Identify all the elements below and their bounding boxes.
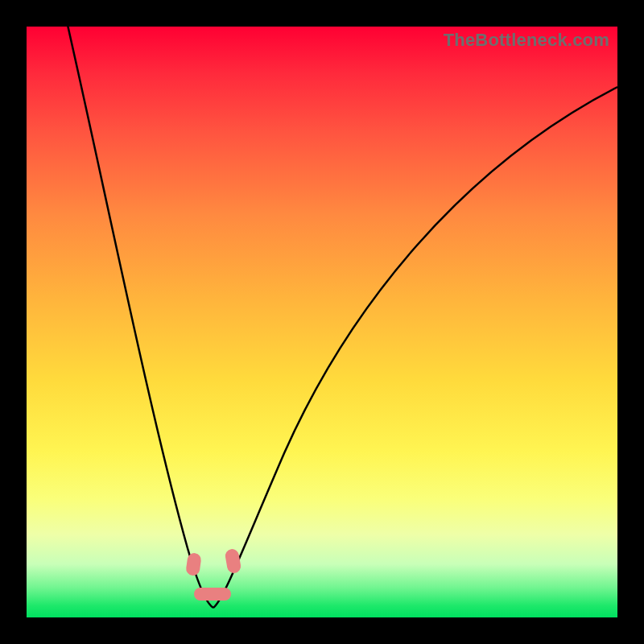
highlight-marker-bottom [194,588,231,601]
curve-right-branch [213,87,617,608]
chart-frame: TheBottleneck.com [0,0,644,644]
plot-area: TheBottleneck.com [27,27,617,617]
bottleneck-curve [27,27,617,617]
curve-left-branch [59,27,213,608]
